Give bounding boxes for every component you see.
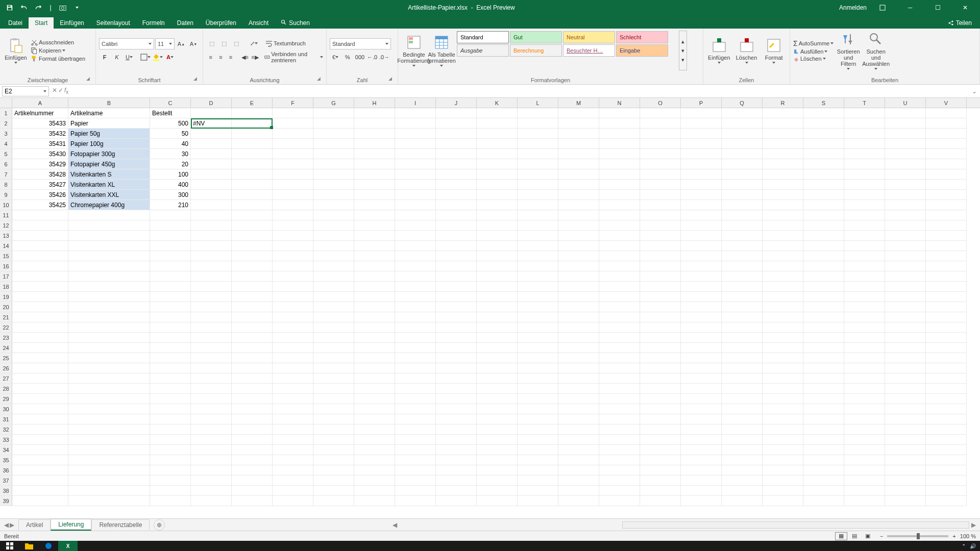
cell-E10[interactable]: [232, 200, 273, 210]
cell-H16[interactable]: [354, 261, 395, 271]
cell-C31[interactable]: [150, 414, 191, 424]
cell-G5[interactable]: [313, 149, 354, 159]
cell-N23[interactable]: [599, 333, 640, 343]
style-gut[interactable]: Gut: [510, 31, 562, 43]
cell-Q21[interactable]: [722, 312, 763, 322]
cell-O9[interactable]: [640, 190, 681, 200]
cell-K27[interactable]: [477, 373, 518, 384]
cell-G26[interactable]: [313, 363, 354, 373]
cell-K9[interactable]: [477, 190, 518, 200]
cell-U33[interactable]: [885, 435, 926, 445]
cell-M14[interactable]: [558, 241, 599, 251]
zoom-in-button[interactable]: +: [952, 533, 955, 539]
col-header-H[interactable]: H: [354, 98, 395, 108]
cell-K26[interactable]: [477, 363, 518, 373]
cell-H9[interactable]: [354, 190, 395, 200]
cell-G22[interactable]: [313, 322, 354, 333]
cell-M23[interactable]: [558, 333, 599, 343]
cell-H11[interactable]: [354, 210, 395, 220]
cell-L27[interactable]: [518, 373, 558, 384]
cell-F9[interactable]: [273, 190, 313, 200]
cell-T16[interactable]: [844, 261, 885, 271]
cell-G34[interactable]: [313, 445, 354, 455]
cell-T24[interactable]: [844, 343, 885, 353]
row-header[interactable]: 22: [0, 322, 12, 333]
cell-A11[interactable]: [12, 210, 68, 220]
cell-K30[interactable]: [477, 404, 518, 414]
cell-J2[interactable]: [436, 118, 477, 129]
cell-O21[interactable]: [640, 312, 681, 322]
cell-H3[interactable]: [354, 129, 395, 139]
cell-Q6[interactable]: [722, 159, 763, 169]
cell-J4[interactable]: [436, 139, 477, 149]
cell-F36[interactable]: [273, 465, 313, 475]
cell-F7[interactable]: [273, 169, 313, 180]
cell-V30[interactable]: [926, 404, 967, 414]
cell-T10[interactable]: [844, 200, 885, 210]
cell-K35[interactable]: [477, 455, 518, 465]
cell-L2[interactable]: [518, 118, 558, 129]
cell-C14[interactable]: [150, 241, 191, 251]
cell-G39[interactable]: [313, 496, 354, 506]
cell-O26[interactable]: [640, 363, 681, 373]
cell-C3[interactable]: 50: [150, 129, 191, 139]
cell-J12[interactable]: [436, 220, 477, 231]
row-header[interactable]: 31: [0, 414, 12, 424]
cell-K13[interactable]: [477, 231, 518, 241]
cell-E32[interactable]: [232, 424, 273, 435]
cell-R15[interactable]: [763, 251, 803, 261]
cell-J31[interactable]: [436, 414, 477, 424]
cell-N38[interactable]: [599, 486, 640, 496]
cell-K38[interactable]: [477, 486, 518, 496]
cell-G30[interactable]: [313, 404, 354, 414]
cell-U25[interactable]: [885, 353, 926, 363]
undo-icon[interactable]: [17, 2, 31, 14]
cell-R36[interactable]: [763, 465, 803, 475]
cell-K8[interactable]: [477, 180, 518, 190]
cell-V17[interactable]: [926, 271, 967, 282]
cell-V39[interactable]: [926, 496, 967, 506]
cell-A9[interactable]: 35426: [12, 190, 68, 200]
cell-H39[interactable]: [354, 496, 395, 506]
cell-R4[interactable]: [763, 139, 803, 149]
cell-V9[interactable]: [926, 190, 967, 200]
cell-Q29[interactable]: [722, 394, 763, 404]
cell-V10[interactable]: [926, 200, 967, 210]
cell-D9[interactable]: [191, 190, 232, 200]
cell-M15[interactable]: [558, 251, 599, 261]
cell-S14[interactable]: [803, 241, 844, 251]
cell-G18[interactable]: [313, 282, 354, 292]
cell-L31[interactable]: [518, 414, 558, 424]
row-header[interactable]: 3: [0, 129, 12, 139]
cell-T22[interactable]: [844, 322, 885, 333]
cell-R23[interactable]: [763, 333, 803, 343]
cell-P6[interactable]: [681, 159, 722, 169]
row-header[interactable]: 19: [0, 292, 12, 302]
add-sheet-button[interactable]: ⊕: [154, 519, 165, 531]
cell-K33[interactable]: [477, 435, 518, 445]
cell-A33[interactable]: [12, 435, 68, 445]
cell-D4[interactable]: [191, 139, 232, 149]
cut-button[interactable]: Ausschneiden: [31, 39, 85, 46]
row-header[interactable]: 5: [0, 149, 12, 159]
align-top-icon[interactable]: ⬚: [206, 38, 217, 49]
tab-seitenlayout[interactable]: Seitenlayout: [90, 17, 136, 29]
cell-T29[interactable]: [844, 394, 885, 404]
cell-O13[interactable]: [640, 231, 681, 241]
cell-I11[interactable]: [395, 210, 436, 220]
cell-V15[interactable]: [926, 251, 967, 261]
cell-U14[interactable]: [885, 241, 926, 251]
cell-P31[interactable]: [681, 414, 722, 424]
cell-G12[interactable]: [313, 220, 354, 231]
cell-L3[interactable]: [518, 129, 558, 139]
cell-H34[interactable]: [354, 445, 395, 455]
cell-C37[interactable]: [150, 475, 191, 486]
cell-R7[interactable]: [763, 169, 803, 180]
cell-K37[interactable]: [477, 475, 518, 486]
cell-N37[interactable]: [599, 475, 640, 486]
cell-H31[interactable]: [354, 414, 395, 424]
cell-E25[interactable]: [232, 353, 273, 363]
cell-O31[interactable]: [640, 414, 681, 424]
cell-O32[interactable]: [640, 424, 681, 435]
cell-C19[interactable]: [150, 292, 191, 302]
